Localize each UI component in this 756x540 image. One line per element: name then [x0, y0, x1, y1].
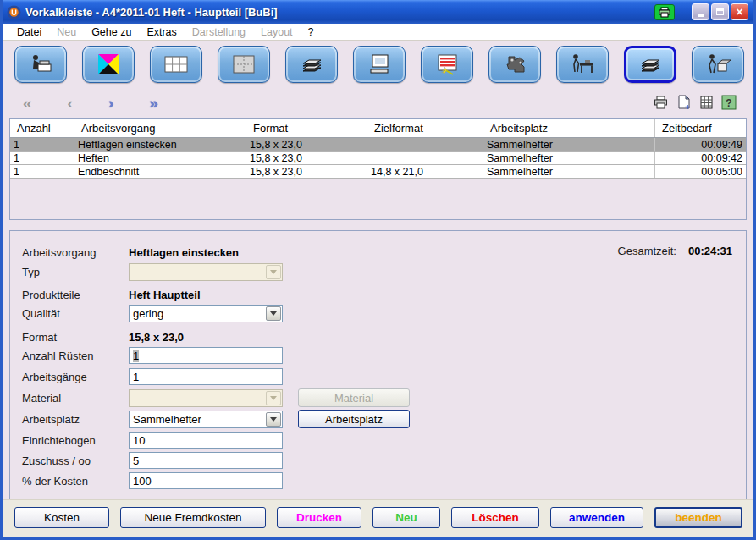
close-button[interactable]: × [731, 3, 748, 20]
einrichtebogen-label: Einrichtebogen [22, 434, 129, 447]
nav-first-icon: « [23, 95, 32, 111]
column-header-arbeitsplatz[interactable]: Arbeitsplatz [483, 119, 655, 137]
arbeitsvorgang-label: Arbeitsvorgang [22, 246, 129, 259]
sheet-grid-icon [163, 53, 190, 75]
typ-label: Typ [22, 266, 129, 278]
press-operator-icon [27, 52, 54, 76]
toolbar-computer-button[interactable] [353, 46, 406, 83]
calculation-grid-icon[interactable] [699, 95, 714, 110]
arbeitsvorgang-value: Heftlagen einstecken [129, 246, 239, 259]
material-button: Material [298, 388, 410, 407]
toolbar-packing-button[interactable] [692, 46, 744, 83]
nav-next-icon[interactable]: › [108, 95, 113, 111]
kosten-button[interactable]: Kosten [14, 507, 109, 528]
arbeitsplatz-select[interactable]: Sammelhefter [129, 411, 283, 428]
minimize-button[interactable] [692, 3, 709, 20]
table-row[interactable]: 1 Heftlagen einstecken 15,8 x 23,0 Samme… [10, 138, 746, 152]
anwenden-button[interactable]: anwenden [550, 507, 643, 528]
cell-anzahl: 1 [10, 152, 74, 164]
table-row[interactable]: 1 Heften 15,8 x 23,0 Sammelhefter 00:09:… [10, 152, 746, 165]
toolbar-paper-stack-button[interactable] [285, 46, 338, 83]
nav-last-icon[interactable]: » [149, 95, 158, 111]
maximize-button[interactable] [711, 3, 729, 20]
chevron-down-icon[interactable] [266, 412, 281, 427]
cell-format: 15,8 x 23,0 [246, 165, 367, 178]
cell-arbeitsplatz: Sammelhefter [483, 165, 655, 178]
arbeitsplatz-button[interactable]: Arbeitsplatz [298, 410, 410, 428]
prozent-kosten-input[interactable] [129, 472, 283, 489]
cell-zielformat: 14,8 x 21,0 [367, 165, 483, 178]
cell-arbeitsvorgang: Heftlagen einstecken [74, 138, 246, 151]
toolbar-workbench-button[interactable] [556, 46, 609, 83]
main-toolbar [3, 41, 753, 88]
column-header-arbeitsvorgang[interactable]: Arbeitsvorgang [74, 119, 246, 137]
toolbar-machine-button[interactable] [488, 46, 541, 83]
menu-gehe-zu[interactable]: Gehe zu [84, 26, 139, 38]
menu-extras[interactable]: Extras [139, 26, 184, 38]
column-header-zielformat[interactable]: Zielformat [367, 119, 483, 137]
help-icon[interactable]: ? [721, 95, 737, 110]
prozent-kosten-label: % der Kosten [22, 475, 129, 488]
zuschuss-label: Zuschuss / oo [22, 455, 129, 467]
column-header-zeitbedarf[interactable]: Zeitbedarf [655, 119, 746, 137]
detail-form-panel: Gesamtzeit: 00:24:31 Arbeitsvorgang Heft… [9, 230, 747, 499]
loeschen-button[interactable]: Löschen [451, 507, 539, 528]
qualitaet-select[interactable]: gering [129, 305, 283, 322]
app-logo-icon [7, 5, 21, 19]
svg-text:?: ? [726, 97, 731, 109]
format-value: 15,8 x 23,0 [129, 331, 184, 344]
chevron-down-icon[interactable] [266, 306, 281, 321]
workbench-icon [568, 52, 597, 76]
cell-arbeitsplatz: Sammelhefter [483, 152, 655, 164]
cell-zielformat [367, 138, 483, 151]
cell-anzahl: 1 [10, 165, 74, 178]
cell-zeitbedarf: 00:05:00 [655, 165, 746, 178]
cell-format: 15,8 x 23,0 [246, 138, 367, 151]
drucken-button[interactable]: Drucken [277, 507, 361, 528]
toolbar-sheet-grid-button[interactable] [150, 46, 202, 83]
cell-arbeitsvorgang: Endbeschnitt [74, 165, 246, 178]
window-title: Vorkalkleiste - A4*2011-01 Heft - Hauptt… [25, 6, 654, 19]
typ-select [129, 263, 283, 281]
format-label: Format [22, 331, 129, 344]
material-select [129, 389, 283, 407]
title-bar: Vorkalkleiste - A4*2011-01 Heft - Hauptt… [3, 0, 753, 24]
table-header-row: Anzahl Arbeitsvorgang Format Zielformat … [10, 119, 746, 138]
table-row[interactable]: 1 Endbeschnitt 15,8 x 23,0 14,8 x 21,0 S… [10, 165, 746, 179]
operations-table: Anzahl Arbeitsvorgang Format Zielformat … [9, 118, 747, 220]
new-document-icon[interactable] [676, 95, 692, 110]
app-window: Vorkalkleiste - A4*2011-01 Heft - Hauptt… [0, 0, 756, 540]
minimize-icon [698, 14, 704, 17]
beenden-button[interactable]: beenden [654, 507, 742, 528]
arbeitsgaenge-input[interactable] [129, 368, 283, 385]
column-header-format[interactable]: Format [246, 119, 367, 137]
toolbar-imposition-button[interactable] [218, 46, 270, 83]
anzahl-ruesten-input[interactable]: 1 [129, 347, 283, 364]
arbeitsplatz-label: Arbeitsplatz [22, 413, 129, 426]
zuschuss-input[interactable] [129, 452, 283, 469]
nav-tool-icons: ? [653, 95, 737, 110]
toolbar-press-operator-button[interactable] [14, 46, 67, 83]
print-status-tray-icon[interactable] [654, 4, 675, 20]
cell-zeitbedarf: 00:09:49 [655, 138, 746, 151]
menu-datei[interactable]: Datei [9, 26, 49, 38]
machine-icon [501, 52, 528, 76]
menu-help[interactable]: ? [301, 26, 322, 38]
neue-fremdkosten-button[interactable]: Neue Fremdkosten [120, 507, 266, 528]
toolbar-cmyk-button[interactable] [82, 46, 135, 83]
arbeitsgaenge-label: Arbeitsgänge [22, 371, 129, 383]
toolbar-finishing-stack-button[interactable] [624, 46, 676, 83]
cell-anzahl: 1 [10, 138, 74, 151]
anzahl-ruesten-label: Anzahl Rüsten [22, 350, 129, 362]
cell-arbeitsplatz: Sammelhefter [483, 138, 655, 151]
material-label: Material [22, 392, 129, 405]
cmyk-colors-icon [97, 52, 120, 76]
toolbar-price-list-button[interactable] [421, 46, 473, 83]
column-header-anzahl[interactable]: Anzahl [10, 119, 74, 137]
einrichtebogen-input[interactable] [129, 432, 283, 449]
nav-arrows: « ‹ › » [23, 95, 158, 111]
menu-layout: Layout [253, 26, 301, 38]
print-icon[interactable] [653, 95, 669, 110]
neu-button[interactable]: Neu [372, 507, 440, 528]
nav-prev-icon: ‹ [68, 95, 73, 111]
